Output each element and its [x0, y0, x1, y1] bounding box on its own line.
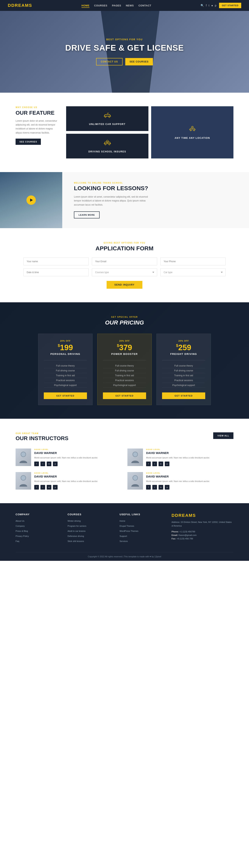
pinterest-social-icon[interactable]: p	[165, 485, 169, 490]
features-section: WHY CHOOSE US OUR FEATURE Lorem ipsum do…	[0, 93, 249, 172]
navbar: DDREAMS HOME COURSES PAGES NEWS CONTACT …	[0, 0, 249, 11]
pricing-name-0: PERSONAL DRIVING	[44, 352, 87, 355]
footer-link-press[interactable]: Press & Blog	[15, 530, 28, 532]
lessons-description: Lorem ipsum dolor sit amet, consectetur …	[74, 195, 156, 207]
footer-link-stick[interactable]: Stick shit lessons	[67, 540, 84, 542]
instructor-socials-2: f t in p	[34, 485, 122, 490]
hero-courses-button[interactable]: SEE COURSES	[125, 58, 153, 65]
pricing-cta-0[interactable]: GET STARTED	[44, 393, 87, 399]
svg-point-5	[192, 127, 193, 127]
instructors-header-left: OUR GREAT TEAM OUR INSTRUCTORS	[15, 432, 68, 441]
twitter-social-icon[interactable]: t	[152, 485, 157, 490]
phone-input[interactable]	[160, 257, 226, 265]
nav-news[interactable]: NEWS	[126, 4, 134, 7]
footer-link-privacy[interactable]: Privacy Policy	[15, 535, 29, 537]
pinterest-social-icon[interactable]: p	[53, 462, 58, 466]
instagram-icon[interactable]: ●	[211, 4, 213, 7]
footer-copyright: Copyright © 2022 All rights reserved | T…	[15, 552, 234, 561]
instructor-socials-0: f t in p	[34, 462, 122, 466]
instructor-avatar-3	[127, 472, 143, 490]
pricing-features-1: Full course theory Full driving course T…	[103, 364, 146, 388]
play-button[interactable]	[27, 195, 36, 205]
instagram-social-icon[interactable]: in	[159, 462, 163, 466]
footer-link-company[interactable]: Company	[15, 525, 25, 527]
footer-link-home[interactable]: Home	[120, 520, 125, 522]
instructor-name-0: DAVID WARNER	[34, 451, 122, 455]
instructor-info-3: GOOD LEVEL DAVID WARNER Morbi accumsan i…	[146, 472, 234, 490]
submit-button[interactable]: SEND INQUIRY	[106, 281, 143, 289]
pinterest-icon[interactable]: p	[215, 4, 217, 7]
hero-section: BEST OPTIONS FOR YOU DRIVE SAFE & GET LI…	[0, 11, 249, 93]
facebook-social-icon[interactable]: f	[146, 462, 151, 466]
twitter-icon[interactable]: t	[209, 4, 209, 7]
twitter-social-icon[interactable]: t	[40, 462, 45, 466]
footer-email-label: Email:	[172, 534, 178, 536]
footer: COMPANY About Us Company Press & Blog Pr…	[0, 503, 249, 561]
footer-link-seniors[interactable]: Program for seniors	[67, 525, 86, 527]
instructor-card-2: GOOD LEVEL DAVID WARNER Morbi accumsan i…	[15, 472, 122, 490]
footer-link-services[interactable]: Services	[120, 540, 128, 542]
instagram-social-icon[interactable]: in	[47, 485, 51, 490]
nav-pages[interactable]: PAGES	[112, 4, 121, 7]
footer-link-defensive[interactable]: Defensive driving	[67, 535, 84, 537]
footer-courses-col: COURSES Winter driving Program for senio…	[67, 513, 112, 544]
car-type-select[interactable]: Car type Sedan SUV Truck	[160, 269, 226, 276]
pinterest-social-icon[interactable]: p	[53, 485, 58, 490]
footer-link-faq[interactable]: Faq	[15, 540, 19, 542]
nav-contact[interactable]: CONTACT	[138, 4, 151, 7]
svg-point-11	[133, 452, 137, 457]
form-title: APPLICATION FORM	[23, 245, 226, 252]
name-input[interactable]	[23, 257, 89, 265]
facebook-icon[interactable]: f	[206, 4, 207, 7]
instagram-social-icon[interactable]: in	[47, 462, 51, 466]
footer-link-winter[interactable]: Winter driving	[67, 520, 81, 522]
pricing-features-0: Full course theory Full driving course T…	[44, 364, 87, 388]
facebook-social-icon[interactable]: f	[34, 462, 39, 466]
instructors-title: OUR INSTRUCTORS	[15, 435, 68, 441]
pricing-name-1: POWER BOOSTER	[103, 352, 146, 355]
view-all-button[interactable]: VIEW ALL	[213, 432, 234, 439]
nav-courses[interactable]: COURSES	[94, 4, 107, 7]
form-tag: GIVING BEST OPTIONS FOR YOU	[23, 242, 226, 244]
datetime-input[interactable]	[23, 269, 89, 276]
instagram-social-icon[interactable]: in	[159, 485, 163, 490]
facebook-social-icon[interactable]: f	[146, 485, 151, 490]
footer-link-drupal[interactable]: Drupal Themes	[120, 525, 134, 527]
features-tag: WHY CHOOSE US	[15, 106, 58, 108]
instructor-socials-1: f t in p	[146, 462, 234, 466]
feature-insures-label: DRIVING SCHOOL INSURES	[88, 150, 126, 153]
email-input[interactable]	[92, 257, 157, 265]
nav-home[interactable]: HOME	[82, 4, 90, 8]
facebook-social-icon[interactable]: f	[34, 485, 39, 490]
hero-contact-button[interactable]: CONTACT US	[96, 58, 123, 65]
footer-link-adult[interactable]: Adult in car lesions	[67, 530, 85, 532]
footer-phone: Phone: +1 (123) 456789	[172, 530, 234, 533]
lessons-cta-button[interactable]: LEARN MORE	[74, 211, 100, 218]
footer-useful-title: USEFUL LINKS	[120, 513, 164, 516]
instructor-name-3: DAVID WARNER	[146, 475, 234, 478]
twitter-social-icon[interactable]: t	[40, 485, 45, 490]
pricing-feature-item: Practical sessions	[103, 378, 146, 383]
svg-point-2	[107, 114, 107, 114]
instructor-avatar-2	[15, 472, 31, 490]
twitter-social-icon[interactable]: t	[152, 462, 157, 466]
nav-icons: 🔍 f t ● p	[200, 4, 216, 7]
instructor-desc-2: Morbi accumsan ipsum velit. Nam nec tell…	[34, 479, 122, 483]
svg-point-15	[133, 476, 137, 480]
pricing-cta-2[interactable]: GET STARTED	[162, 393, 205, 399]
footer-fax: Fax: +8 (123) 456-789	[172, 537, 234, 540]
footer-link-about[interactable]: About Us	[15, 520, 24, 522]
pricing-feature-item: Full course theory	[162, 364, 205, 368]
courses-select[interactable]: Courses type Winter driving Program for …	[92, 269, 157, 276]
get-started-nav-button[interactable]: GET STARTED	[219, 3, 241, 8]
instructor-name-1: DAVID WARNER	[146, 451, 234, 455]
features-cta-button[interactable]: SEE COURSES	[15, 138, 41, 145]
search-icon[interactable]: 🔍	[200, 4, 204, 7]
footer-link-support[interactable]: Support	[120, 535, 127, 537]
feature-unlimited-label: UNLIMITED CAR SUPPORT	[89, 123, 126, 126]
pinterest-social-icon[interactable]: p	[165, 462, 169, 466]
footer-link-wordpress[interactable]: WordPress Themes	[120, 530, 138, 532]
hero-title: DRIVE SAFE & GET LICENSE	[65, 43, 184, 53]
hero-buttons: CONTACT US SEE COURSES	[65, 58, 184, 65]
pricing-cta-1[interactable]: GET STARTED	[103, 393, 146, 399]
